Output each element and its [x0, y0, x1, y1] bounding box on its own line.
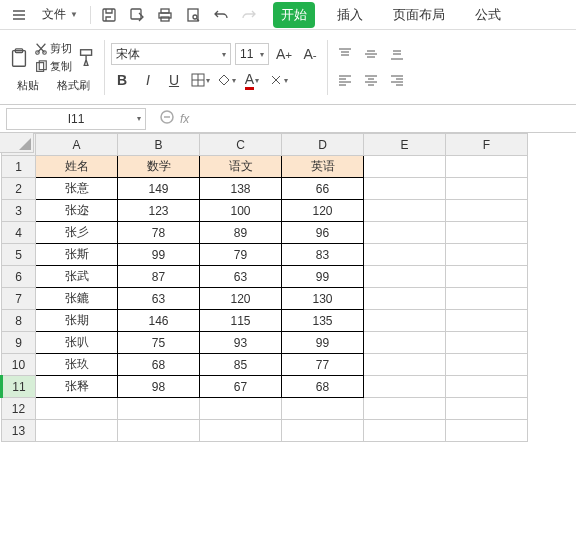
cell-E2[interactable]	[364, 178, 446, 200]
font-color-button[interactable]: A▾	[241, 69, 263, 91]
cell-A11[interactable]: 张释	[36, 376, 118, 398]
cell-D11[interactable]: 68	[282, 376, 364, 398]
cell-E11[interactable]	[364, 376, 446, 398]
align-middle-icon[interactable]	[360, 43, 382, 65]
row-head-10[interactable]: 10	[2, 354, 36, 376]
row-head-9[interactable]: 9	[2, 332, 36, 354]
cell-D6[interactable]: 99	[282, 266, 364, 288]
cell-C9[interactable]: 93	[200, 332, 282, 354]
cell-D8[interactable]: 135	[282, 310, 364, 332]
cell-B6[interactable]: 87	[118, 266, 200, 288]
cell-E13[interactable]	[364, 420, 446, 442]
cell-C8[interactable]: 115	[200, 310, 282, 332]
cell-F11[interactable]	[446, 376, 528, 398]
cell-B1[interactable]: 数学	[118, 156, 200, 178]
cell-F9[interactable]	[446, 332, 528, 354]
cell-A6[interactable]: 张武	[36, 266, 118, 288]
cell-D2[interactable]: 66	[282, 178, 364, 200]
cell-C10[interactable]: 85	[200, 354, 282, 376]
row-head-5[interactable]: 5	[2, 244, 36, 266]
clear-format-button[interactable]: ▾	[267, 69, 289, 91]
cell-D7[interactable]: 130	[282, 288, 364, 310]
cell-B8[interactable]: 146	[118, 310, 200, 332]
cell-D4[interactable]: 96	[282, 222, 364, 244]
select-all-corner[interactable]	[0, 133, 34, 153]
row-head-6[interactable]: 6	[2, 266, 36, 288]
cell-E6[interactable]	[364, 266, 446, 288]
cell-E7[interactable]	[364, 288, 446, 310]
align-center-icon[interactable]	[360, 69, 382, 91]
cell-F3[interactable]	[446, 200, 528, 222]
font-size-select[interactable]: 11▾	[235, 43, 269, 65]
font-shrink-icon[interactable]: A-	[299, 43, 321, 65]
align-left-icon[interactable]	[334, 69, 356, 91]
cell-F13[interactable]	[446, 420, 528, 442]
cell-C3[interactable]: 100	[200, 200, 282, 222]
cell-B3[interactable]: 123	[118, 200, 200, 222]
cell-D9[interactable]: 99	[282, 332, 364, 354]
undo-icon[interactable]	[209, 3, 233, 27]
cell-E4[interactable]	[364, 222, 446, 244]
tab-layout[interactable]: 页面布局	[385, 2, 453, 28]
align-bottom-icon[interactable]	[386, 43, 408, 65]
cell-C13[interactable]	[200, 420, 282, 442]
cell-B7[interactable]: 63	[118, 288, 200, 310]
col-head-A[interactable]: A	[36, 134, 118, 156]
cell-F5[interactable]	[446, 244, 528, 266]
tab-start[interactable]: 开始	[273, 2, 315, 28]
cell-C4[interactable]: 89	[200, 222, 282, 244]
font-name-select[interactable]: 宋体▾	[111, 43, 231, 65]
row-head-13[interactable]: 13	[2, 420, 36, 442]
cell-B12[interactable]	[118, 398, 200, 420]
cell-F1[interactable]	[446, 156, 528, 178]
border-button[interactable]: ▾	[189, 69, 211, 91]
print-icon[interactable]	[153, 3, 177, 27]
cell-A12[interactable]	[36, 398, 118, 420]
cell-A3[interactable]: 张迩	[36, 200, 118, 222]
bold-button[interactable]: B	[111, 69, 133, 91]
cell-D13[interactable]	[282, 420, 364, 442]
file-menu[interactable]: 文件▼	[36, 4, 84, 25]
cell-B2[interactable]: 149	[118, 178, 200, 200]
cell-F6[interactable]	[446, 266, 528, 288]
cell-F7[interactable]	[446, 288, 528, 310]
cell-F2[interactable]	[446, 178, 528, 200]
cell-A4[interactable]: 张彡	[36, 222, 118, 244]
cell-A7[interactable]: 张鏕	[36, 288, 118, 310]
cell-F10[interactable]	[446, 354, 528, 376]
save-icon[interactable]	[97, 3, 121, 27]
tab-formula[interactable]: 公式	[467, 2, 509, 28]
cell-D3[interactable]: 120	[282, 200, 364, 222]
cell-F8[interactable]	[446, 310, 528, 332]
cell-C5[interactable]: 79	[200, 244, 282, 266]
cell-B13[interactable]	[118, 420, 200, 442]
row-head-2[interactable]: 2	[2, 178, 36, 200]
spreadsheet-grid[interactable]: ABCDEF1姓名数学语文英语2张意149138663张迩1231001204张…	[0, 133, 528, 442]
copy-button[interactable]: 复制	[34, 59, 72, 74]
col-head-C[interactable]: C	[200, 134, 282, 156]
cell-E3[interactable]	[364, 200, 446, 222]
cell-E5[interactable]	[364, 244, 446, 266]
italic-button[interactable]: I	[137, 69, 159, 91]
font-grow-icon[interactable]: A+	[273, 43, 295, 65]
cut-button[interactable]: 剪切	[34, 41, 72, 56]
cell-E10[interactable]	[364, 354, 446, 376]
cell-C11[interactable]: 67	[200, 376, 282, 398]
cell-A10[interactable]: 张玖	[36, 354, 118, 376]
cell-D10[interactable]: 77	[282, 354, 364, 376]
cell-A2[interactable]: 张意	[36, 178, 118, 200]
preview-icon[interactable]	[181, 3, 205, 27]
cell-B9[interactable]: 75	[118, 332, 200, 354]
cell-C7[interactable]: 120	[200, 288, 282, 310]
underline-button[interactable]: U	[163, 69, 185, 91]
cell-F4[interactable]	[446, 222, 528, 244]
cell-B10[interactable]: 68	[118, 354, 200, 376]
cell-E8[interactable]	[364, 310, 446, 332]
cell-A1[interactable]: 姓名	[36, 156, 118, 178]
formula-bar[interactable]	[195, 109, 455, 129]
cell-E1[interactable]	[364, 156, 446, 178]
row-head-7[interactable]: 7	[2, 288, 36, 310]
cell-C6[interactable]: 63	[200, 266, 282, 288]
cell-F12[interactable]	[446, 398, 528, 420]
row-head-11[interactable]: 11	[2, 376, 36, 398]
